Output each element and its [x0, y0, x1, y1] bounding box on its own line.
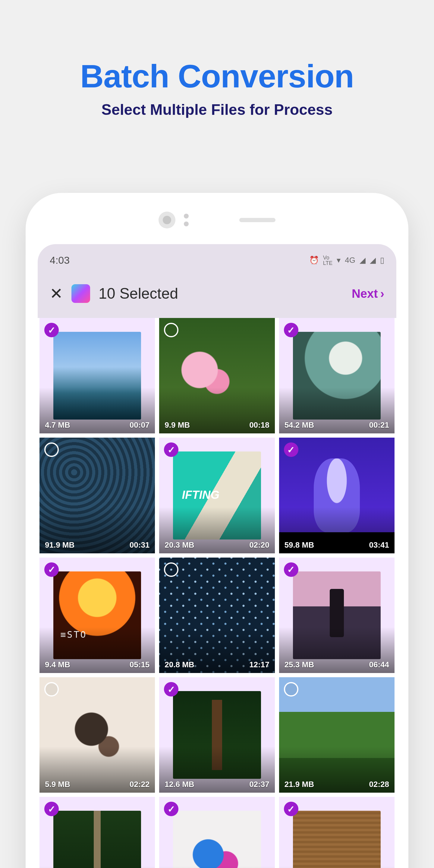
- hero-subtitle: Select Multiple Files for Process: [0, 101, 434, 119]
- duration: 00:07: [130, 421, 150, 430]
- checkmark-selected-icon[interactable]: [284, 323, 299, 337]
- video-meta: 4.7 MB00:07: [39, 418, 155, 433]
- file-size: 12.6 MB: [164, 780, 194, 789]
- close-button[interactable]: ✕: [50, 286, 63, 301]
- checkmark-selected-icon[interactable]: [284, 802, 299, 816]
- next-label: Next: [352, 287, 378, 301]
- screen: 4:03 ⏰ VoLTE ▾ 4G ◢ ◢ ▯ ✕ 10 Selected Ne…: [38, 244, 396, 868]
- video-thumbnail: [173, 811, 261, 868]
- file-size: 9.9 MB: [164, 421, 190, 430]
- checkmark-selected-icon[interactable]: [284, 442, 299, 457]
- video-item[interactable]: 54.2 MB00:21: [279, 318, 395, 433]
- video-meta: 59.8 MB03:41: [279, 538, 395, 553]
- signal2-icon: ◢: [370, 255, 376, 265]
- network-label: 4G: [345, 255, 355, 265]
- duration: 00:31: [130, 540, 150, 550]
- video-grid[interactable]: 4.7 MB00:079.9 MB00:1854.2 MB00:2191.9 M…: [38, 318, 396, 868]
- video-meta: 91.9 MB00:31: [39, 538, 155, 553]
- video-item[interactable]: 9.4 MB05:15: [39, 558, 155, 673]
- video-item[interactable]: 186.5 MB05:12: [39, 797, 155, 868]
- duration: 02:28: [369, 780, 390, 789]
- selection-bar: ✕ 10 Selected Next ›: [38, 266, 396, 318]
- battery-icon: ▯: [380, 255, 384, 265]
- status-bar: 4:03 ⏰ VoLTE ▾ 4G ◢ ◢ ▯: [38, 244, 396, 266]
- checkmark-unselected-icon[interactable]: [44, 442, 59, 457]
- duration: 06:44: [369, 660, 390, 670]
- video-item[interactable]: 4.7 MB00:07: [39, 318, 155, 433]
- file-size: 20.3 MB: [164, 540, 194, 550]
- video-meta: 20.8 MB12:17: [159, 658, 275, 673]
- file-size: 21.9 MB: [284, 780, 314, 789]
- video-meta: 20.3 MB02:20: [159, 538, 275, 553]
- video-item[interactable]: 20.3 MB02:20: [159, 438, 275, 553]
- video-thumbnail: [53, 811, 141, 868]
- file-size: 59.8 MB: [284, 540, 314, 550]
- selection-count: 10 Selected: [98, 285, 178, 302]
- video-item[interactable]: 5.9 MB02:22: [39, 677, 155, 793]
- duration: 00:21: [369, 421, 390, 430]
- camera-icon: [158, 212, 176, 228]
- file-size: 9.4 MB: [45, 660, 70, 670]
- video-meta: 9.9 MB00:18: [159, 418, 275, 433]
- phone-hardware: [38, 211, 396, 229]
- checkmark-unselected-icon[interactable]: [44, 682, 59, 696]
- checkmark-selected-icon[interactable]: [284, 562, 299, 577]
- hero: Batch Conversion Select Multiple Files f…: [0, 0, 434, 119]
- file-size: 54.2 MB: [284, 421, 314, 430]
- video-meta: 12.6 MB02:37: [159, 777, 275, 793]
- status-time: 4:03: [50, 254, 70, 266]
- video-item[interactable]: 20.8 MB12:17: [159, 558, 275, 673]
- duration: 03:41: [369, 540, 390, 550]
- status-icons: ⏰ VoLTE ▾ 4G ◢ ◢ ▯: [309, 255, 384, 266]
- checkmark-unselected-icon[interactable]: [164, 562, 179, 577]
- chevron-right-icon: ›: [380, 287, 384, 301]
- video-item[interactable]: 25.3 MB06:44: [279, 558, 395, 673]
- wifi-icon: ▾: [337, 255, 341, 265]
- video-item[interactable]: 12.6 MB02:37: [159, 677, 275, 793]
- file-size: 91.9 MB: [45, 540, 74, 550]
- file-size: 5.9 MB: [45, 780, 70, 789]
- video-item[interactable]: 91.9 MB00:31: [39, 438, 155, 553]
- video-thumbnail: [293, 811, 381, 868]
- video-meta: 9.4 MB05:15: [39, 658, 155, 673]
- checkmark-selected-icon[interactable]: [44, 323, 59, 337]
- alarm-icon: ⏰: [309, 255, 319, 265]
- video-item[interactable]: 4.7 MB01:23: [279, 797, 395, 868]
- duration: 12:17: [249, 660, 270, 670]
- file-size: 25.3 MB: [284, 660, 314, 670]
- duration: 02:20: [249, 540, 270, 550]
- signal-icon: ◢: [360, 255, 366, 265]
- checkmark-unselected-icon[interactable]: [284, 682, 299, 696]
- speaker-icon: [239, 218, 276, 222]
- file-size: 4.7 MB: [45, 421, 70, 430]
- volte-icon: VoLTE: [323, 255, 333, 266]
- checkmark-unselected-icon[interactable]: [164, 323, 179, 337]
- duration: 00:18: [249, 421, 270, 430]
- sensor-dots-icon: [184, 214, 189, 226]
- next-button[interactable]: Next ›: [352, 287, 384, 301]
- video-item[interactable]: 9.9 MB00:18: [159, 318, 275, 433]
- phone-frame: 4:03 ⏰ VoLTE ▾ 4G ◢ ◢ ▯ ✕ 10 Selected Ne…: [26, 193, 408, 868]
- video-item[interactable]: 19 MB05:06: [159, 797, 275, 868]
- video-meta: 5.9 MB02:22: [39, 777, 155, 793]
- app-icon: [71, 284, 90, 303]
- duration: 02:22: [130, 780, 150, 789]
- video-meta: 25.3 MB06:44: [279, 658, 395, 673]
- hero-title: Batch Conversion: [0, 57, 434, 95]
- video-item[interactable]: 21.9 MB02:28: [279, 677, 395, 793]
- video-meta: 54.2 MB00:21: [279, 418, 395, 433]
- duration: 02:37: [249, 780, 270, 789]
- checkmark-selected-icon[interactable]: [44, 562, 59, 577]
- file-size: 20.8 MB: [164, 660, 194, 670]
- video-meta: 21.9 MB02:28: [279, 777, 395, 793]
- video-item[interactable]: 59.8 MB03:41: [279, 438, 395, 553]
- duration: 05:15: [130, 660, 150, 670]
